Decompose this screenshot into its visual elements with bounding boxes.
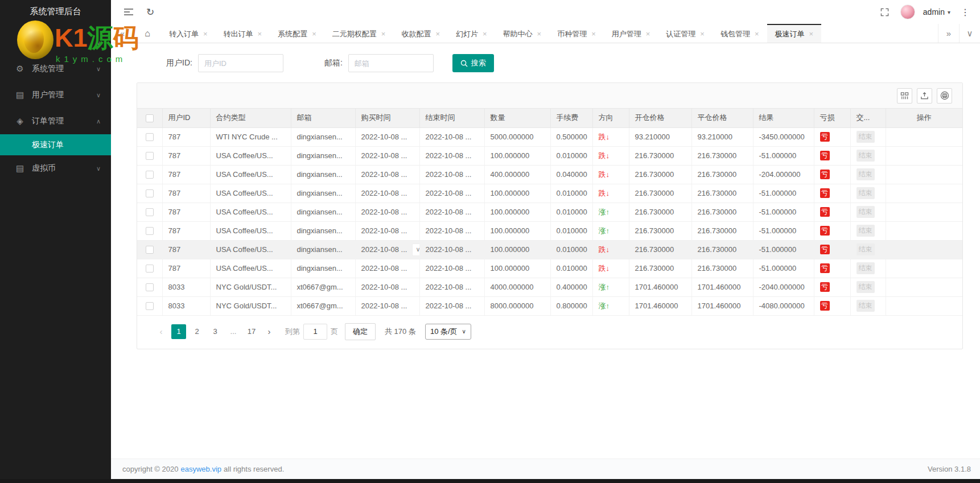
table-header: 用户ID 合约类型 邮箱 购买时间 结束时间 数量 手续费 方向 开仓价格 平仓… [137, 109, 962, 127]
tab[interactable]: 收款配置 × [393, 24, 448, 43]
user-id-input[interactable] [198, 54, 283, 72]
tab-scroll-right-icon[interactable]: » [938, 24, 959, 43]
tab-list: 转入订单 × 转出订单 × 系统配置 × 二元期权配置 × 收款配置 × 幻灯片… [161, 24, 821, 43]
sidebar-item-虚拟币[interactable]: ▤ 虚拟币 ∨ [0, 155, 111, 181]
row-checkbox[interactable] [146, 227, 154, 235]
direction-indicator: 涨↑ [599, 302, 610, 310]
close-icon[interactable]: × [591, 30, 596, 38]
cell-result: -51.000000 [753, 146, 814, 165]
tab[interactable]: 币种管理 × [549, 24, 604, 43]
tab-collapse-icon[interactable]: ∨ [959, 24, 980, 43]
sidebar-item-系统管理[interactable]: ⚙ 系统管理 ∨ [0, 56, 111, 82]
page-button[interactable]: 1 [171, 324, 186, 339]
cell-user-id: 787 [162, 240, 210, 259]
row-checkbox[interactable] [146, 208, 154, 216]
row-checkbox[interactable] [146, 152, 154, 160]
page-button[interactable]: 17 [244, 324, 259, 339]
sort-icon[interactable] [194, 114, 197, 122]
tab[interactable]: 转入订单 × [161, 24, 216, 43]
print-button[interactable] [937, 88, 952, 104]
user-menu[interactable]: admin ▾ [923, 7, 950, 16]
email-input[interactable] [348, 54, 434, 72]
footer: copyright © 2020easyweb.vipall rights re… [111, 459, 980, 479]
close-icon[interactable]: × [435, 30, 440, 38]
row-checkbox[interactable] [146, 133, 154, 141]
cell-quantity: 100.000000 [484, 221, 550, 240]
sidebar-subitem[interactable]: 极速订单 [0, 134, 111, 155]
col-buy-time: 购买时间 [355, 109, 419, 127]
close-icon[interactable]: × [646, 30, 650, 38]
export-button[interactable] [917, 88, 932, 104]
refresh-icon[interactable]: ↻ [143, 5, 158, 19]
status-badge: 结束 [857, 187, 875, 199]
tab[interactable]: 极速订单 × [767, 24, 822, 43]
cell-result: -2040.000000 [753, 278, 814, 296]
row-checkbox[interactable] [146, 283, 154, 291]
tab[interactable]: 帮助中心 × [495, 24, 550, 43]
search-button[interactable]: 搜索 [452, 54, 494, 72]
cell-quantity: 100.000000 [484, 259, 550, 278]
row-checkbox[interactable] [146, 302, 154, 310]
sidebar: 系统管理后台 ⌂ 主页 ∨ ⚙ 系统管理 ∨ ▤ 用户管理 ∨ ◈ 订单管理 ∧… [0, 0, 111, 483]
expand-row-button[interactable]: ∨ [412, 243, 420, 256]
goto-page-input[interactable] [303, 324, 327, 340]
col-fee: 手续费 [550, 109, 592, 127]
sidebar-item-用户管理[interactable]: ▤ 用户管理 ∨ [0, 82, 111, 108]
close-icon[interactable]: × [483, 30, 487, 38]
tab-label: 收款配置 [401, 29, 431, 39]
tab[interactable]: 钱包管理 × [713, 24, 767, 43]
prev-page-icon[interactable]: ‹ [154, 327, 168, 336]
next-page-icon[interactable]: › [262, 327, 276, 336]
sidebar-item-icon: ◈ [15, 116, 25, 126]
cell-contract: USA Coffee/US... [210, 240, 291, 259]
col-email: 邮箱 [291, 109, 355, 127]
easyweb-link[interactable]: easyweb.vip [180, 465, 221, 473]
email-label: 邮箱: [324, 58, 343, 68]
row-checkbox[interactable] [146, 189, 154, 197]
page-button[interactable]: 3 [208, 324, 223, 339]
kebab-menu-icon[interactable]: ⋮ [958, 7, 972, 18]
loss-badge: 亏 [820, 132, 830, 142]
page-button[interactable]: ... [226, 324, 241, 339]
tab[interactable]: 幻灯片 × [448, 24, 495, 43]
cell-end-time: 2022-10-08 ... [419, 240, 484, 259]
tab-home[interactable]: ⌂ [134, 24, 161, 43]
filter-columns-button[interactable] [897, 88, 912, 104]
menu-toggle-icon[interactable] [121, 5, 136, 19]
row-checkbox[interactable] [146, 171, 154, 179]
close-icon[interactable]: × [755, 30, 759, 38]
close-icon[interactable]: × [700, 30, 705, 38]
close-icon[interactable]: × [381, 30, 386, 38]
cell-loss: 亏 [814, 127, 850, 146]
close-icon[interactable]: × [258, 30, 262, 38]
page-button[interactable]: 2 [190, 324, 204, 339]
direction-indicator: 涨↑ [599, 226, 610, 235]
tab[interactable]: 二元期权配置 × [324, 24, 394, 43]
sidebar-item-主页[interactable]: ⌂ 主页 ∨ [0, 30, 111, 56]
tab[interactable]: 转出订单 × [216, 24, 270, 43]
table-row: 8033 NYC Gold/USDT... xt0667@gm... 2022-… [137, 278, 962, 296]
close-icon[interactable]: × [203, 30, 208, 38]
fullscreen-icon[interactable] [878, 5, 892, 19]
close-icon[interactable]: × [537, 30, 542, 38]
cell-email: dingxiansen... [291, 221, 355, 240]
row-checkbox[interactable] [146, 246, 154, 254]
select-all-checkbox[interactable] [146, 114, 154, 122]
tab[interactable]: 系统配置 × [270, 24, 324, 43]
avatar[interactable] [900, 5, 915, 19]
sidebar-item-label: 虚拟币 [32, 163, 96, 174]
goto-confirm-button[interactable]: 确定 [345, 323, 376, 340]
orders-table: 用户ID 合约类型 邮箱 购买时间 结束时间 数量 手续费 方向 开仓价格 平仓… [137, 109, 962, 316]
tab-scroll-left-icon[interactable]: « [111, 24, 134, 43]
row-checkbox[interactable] [146, 265, 154, 273]
tab[interactable]: 认证管理 × [658, 24, 713, 43]
close-icon[interactable]: × [312, 30, 316, 38]
direction-indicator: 涨↑ [599, 208, 610, 216]
total-count: 共 170 条 [385, 327, 416, 337]
tab[interactable]: 用户管理 × [604, 24, 658, 43]
sidebar-item-订单管理[interactable]: ◈ 订单管理 ∧ [0, 108, 111, 134]
page-size-select[interactable]: 10 条/页 ∨ [425, 324, 471, 340]
col-user-id[interactable]: 用户ID [162, 109, 210, 127]
close-icon[interactable]: × [809, 30, 814, 38]
cell-contract: USA Coffee/US... [210, 165, 291, 184]
